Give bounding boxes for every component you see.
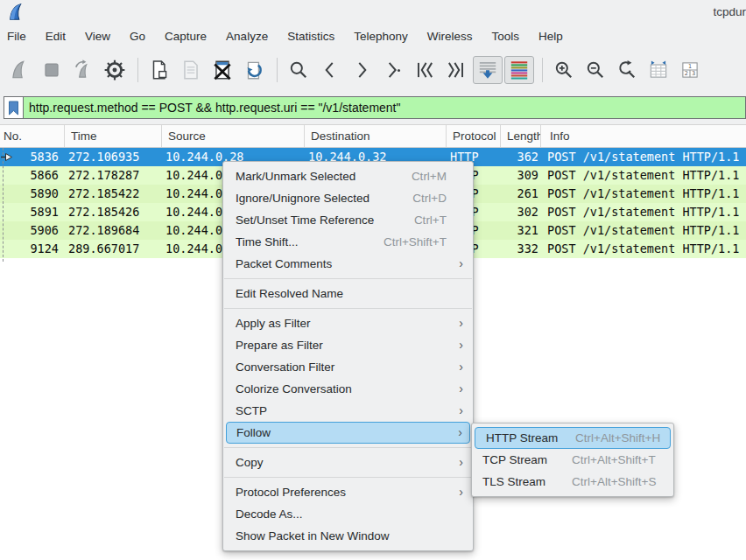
filter-toolbar bbox=[0, 91, 746, 124]
previous-packet-button[interactable] bbox=[315, 56, 345, 84]
cell-info: POST /v1/statement HTTP/1.1 bbox=[541, 203, 746, 221]
go-to-packet-button[interactable] bbox=[378, 56, 408, 84]
main-toolbar: 123 bbox=[0, 49, 746, 91]
svg-text:3: 3 bbox=[692, 70, 695, 77]
cell-time: 272.189684 bbox=[65, 221, 162, 240]
start-capture-button[interactable] bbox=[5, 56, 35, 84]
menu-item-label: Colorize Conversation bbox=[236, 378, 352, 400]
menu-item-follow[interactable]: Follow› bbox=[226, 422, 470, 444]
menu-item-edit-resolved-name[interactable]: Edit Resolved Name bbox=[223, 283, 473, 304]
toolbar-separator bbox=[542, 58, 543, 82]
column-header-protocol[interactable]: Protocol bbox=[447, 125, 501, 147]
submenu-arrow-icon: › bbox=[459, 312, 463, 334]
title-bar: tcpdur bbox=[0, 0, 746, 24]
menu-item-packet-comments[interactable]: Packet Comments› bbox=[223, 253, 473, 275]
follow-submenu: HTTP StreamCtrl+Alt+Shift+H TCP StreamCt… bbox=[471, 423, 674, 497]
menu-wireless[interactable]: Wireless bbox=[418, 26, 482, 46]
menu-go[interactable]: Go bbox=[120, 26, 155, 46]
menu-item-decode-as[interactable]: Decode As... bbox=[223, 503, 473, 525]
display-filter-input[interactable] bbox=[24, 96, 746, 119]
related-packets-line bbox=[3, 148, 4, 262]
layout-1-2-3-icon: 123 bbox=[679, 59, 701, 81]
colorize-button[interactable] bbox=[504, 56, 534, 84]
zoom-out-button[interactable] bbox=[581, 56, 610, 84]
capture-options-button[interactable] bbox=[100, 56, 130, 84]
next-packet-button[interactable] bbox=[347, 56, 377, 84]
cell-time: 272.106935 bbox=[65, 148, 162, 166]
menu-view[interactable]: View bbox=[75, 26, 120, 46]
reload-capture-file-icon bbox=[243, 59, 265, 81]
menu-item-time-shift[interactable]: Time Shift...Ctrl+Shift+T bbox=[223, 231, 473, 253]
menu-item-shortcut: Ctrl+Alt+Shift+T bbox=[572, 449, 656, 471]
menu-telephony[interactable]: Telephony bbox=[344, 26, 418, 46]
menu-edit[interactable]: Edit bbox=[36, 26, 75, 46]
submenu-arrow-icon: › bbox=[459, 334, 463, 356]
menu-file[interactable]: File bbox=[7, 26, 36, 46]
menu-item-show-packet-in-new-window[interactable]: Show Packet in New Window bbox=[223, 525, 473, 547]
menu-item-label: HTTP Stream bbox=[486, 428, 563, 448]
stop-square-icon bbox=[40, 59, 63, 81]
close-capture-file-icon bbox=[211, 59, 234, 81]
stop-capture-button[interactable] bbox=[37, 56, 67, 84]
menu-analyze[interactable]: Analyze bbox=[216, 26, 278, 46]
menu-item-copy[interactable]: Copy› bbox=[223, 452, 473, 473]
menu-item-ignore-unignore-selected[interactable]: Ignore/Unignore SelectedCtrl+D bbox=[223, 187, 473, 209]
svg-text:1: 1 bbox=[688, 63, 692, 70]
menu-item-tcp-stream[interactable]: TCP StreamCtrl+Alt+Shift+T bbox=[472, 449, 673, 471]
last-packet-button[interactable] bbox=[441, 56, 471, 84]
context-menu: Mark/Unmark SelectedCtrl+M Ignore/Unigno… bbox=[222, 161, 474, 551]
auto-scroll-button[interactable] bbox=[473, 56, 503, 84]
gear-icon bbox=[103, 59, 126, 81]
first-packet-button[interactable] bbox=[410, 56, 440, 84]
cell-length: 302 bbox=[501, 203, 541, 221]
cell-length: 321 bbox=[501, 221, 541, 240]
open-file-button[interactable] bbox=[144, 56, 174, 84]
column-header-length[interactable]: Length bbox=[501, 125, 541, 147]
menu-item-prepare-as-filter[interactable]: Prepare as Filter› bbox=[223, 334, 473, 356]
column-header-source[interactable]: Source bbox=[162, 125, 305, 147]
menu-item-sctp[interactable]: SCTP› bbox=[223, 400, 473, 422]
menu-item-shortcut: Ctrl+Alt+Shift+S bbox=[572, 471, 656, 493]
menu-tools[interactable]: Tools bbox=[482, 26, 529, 46]
menu-item-apply-as-filter[interactable]: Apply as Filter› bbox=[223, 312, 473, 334]
menu-item-label: Protocol Preferences bbox=[236, 481, 346, 503]
cell-length: 261 bbox=[501, 185, 541, 203]
layout-button[interactable]: 123 bbox=[675, 56, 705, 84]
menu-item-label: Edit Resolved Name bbox=[236, 283, 343, 304]
column-header-no[interactable]: No. bbox=[0, 125, 65, 147]
cell-info: POST /v1/statement HTTP/1.1 bbox=[541, 185, 746, 203]
menu-item-tls-stream[interactable]: TLS StreamCtrl+Alt+Shift+S bbox=[472, 471, 673, 493]
menu-item-label: SCTP bbox=[236, 400, 267, 422]
menu-item-set-unset-time-reference[interactable]: Set/Unset Time ReferenceCtrl+T bbox=[223, 209, 473, 231]
resize-columns-button[interactable] bbox=[644, 56, 673, 84]
column-header-info[interactable]: Info bbox=[541, 125, 746, 147]
menu-item-label: Packet Comments bbox=[236, 253, 332, 275]
zoom-in-button[interactable] bbox=[549, 56, 579, 84]
filter-bookmark-button[interactable] bbox=[4, 96, 24, 119]
column-header-time[interactable]: Time bbox=[65, 125, 162, 147]
menu-item-conversation-filter[interactable]: Conversation Filter› bbox=[223, 356, 473, 378]
reload-file-button[interactable] bbox=[239, 56, 269, 84]
menu-help[interactable]: Help bbox=[529, 26, 573, 46]
menu-item-http-stream[interactable]: HTTP StreamCtrl+Alt+Shift+H bbox=[475, 427, 671, 449]
menu-statistics[interactable]: Statistics bbox=[278, 26, 344, 46]
zoom-in-icon bbox=[552, 59, 575, 81]
save-file-button[interactable] bbox=[176, 56, 206, 84]
cell-length: 309 bbox=[501, 166, 541, 185]
zoom-reset-button[interactable] bbox=[612, 56, 642, 84]
menu-item-mark-unmark-selected[interactable]: Mark/Unmark SelectedCtrl+M bbox=[223, 165, 473, 187]
menu-item-shortcut: Ctrl+T bbox=[414, 209, 464, 231]
cell-no: 5891 bbox=[0, 203, 65, 221]
menu-item-protocol-preferences[interactable]: Protocol Preferences› bbox=[223, 481, 473, 503]
find-packet-button[interactable] bbox=[284, 56, 313, 84]
close-file-button[interactable] bbox=[208, 56, 237, 84]
menu-item-colorize-conversation[interactable]: Colorize Conversation› bbox=[223, 378, 473, 400]
column-header-destination[interactable]: Destination bbox=[305, 125, 447, 147]
cell-length: 362 bbox=[501, 148, 541, 166]
chevron-right-dot-icon bbox=[382, 59, 405, 81]
cell-no: 5866 bbox=[0, 166, 65, 185]
menu-capture[interactable]: Capture bbox=[155, 26, 216, 46]
restart-capture-button[interactable] bbox=[68, 56, 98, 84]
window-title: tcpdur bbox=[713, 5, 746, 18]
menu-item-label: Copy bbox=[236, 452, 264, 473]
